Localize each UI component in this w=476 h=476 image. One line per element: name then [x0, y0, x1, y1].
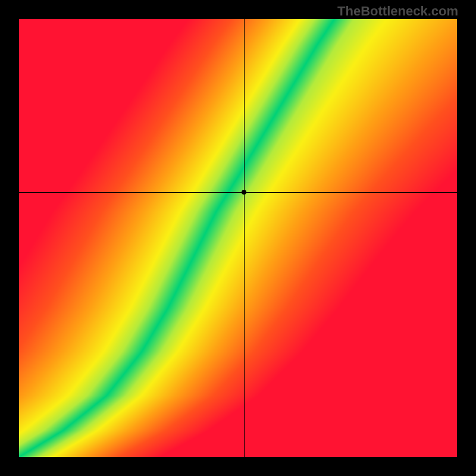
crosshair-vertical: [244, 19, 245, 457]
crosshair-marker: [242, 190, 246, 195]
heatmap-canvas: [19, 19, 457, 457]
watermark-text: TheBottleneck.com: [337, 4, 458, 19]
crosshair-horizontal: [19, 192, 457, 193]
heatmap-plot: [19, 19, 457, 457]
